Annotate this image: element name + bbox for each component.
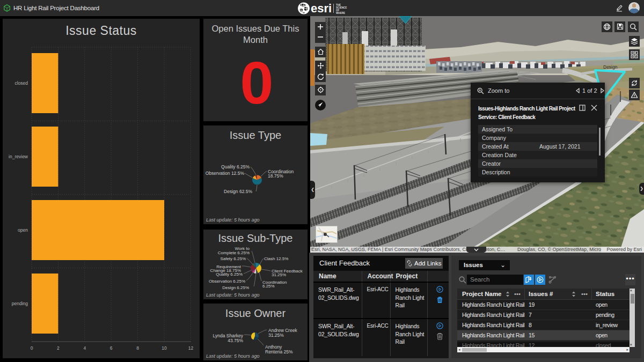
svg-text:31.25%: 31.25% — [272, 272, 286, 277]
svg-text:10: 10 — [162, 345, 167, 351]
svg-text:0: 0 — [31, 345, 33, 351]
svg-text:2: 2 — [57, 345, 60, 351]
svg-text:Quality 6.25%: Quality 6.25% — [216, 272, 243, 277]
svg-text:esri: esri — [311, 2, 332, 15]
svg-text:Observation 6.25%: Observation 6.25% — [209, 279, 245, 284]
svg-text:4: 4 — [83, 345, 86, 351]
svg-text:Observation 12.5%: Observation 12.5% — [206, 171, 245, 176]
svg-text:open: open — [18, 227, 28, 233]
svg-text:43.75%: 43.75% — [228, 338, 243, 343]
svg-text:Quality 6.25%: Quality 6.25% — [221, 164, 250, 169]
svg-text:31.25%: 31.25% — [268, 333, 284, 338]
svg-text:6: 6 — [110, 345, 113, 351]
svg-text:WHERE: WHERE — [336, 12, 345, 14]
svg-text:18.75%: 18.75% — [268, 173, 283, 179]
svg-text:Complete 6.25%: Complete 6.25% — [218, 250, 250, 255]
svg-text:Renteria 25%: Renteria 25% — [265, 349, 293, 354]
svg-text:Design: Design — [603, 64, 618, 70]
svg-text:Design 62.5%: Design 62.5% — [224, 189, 252, 194]
svg-text:Design 6.25%: Design 6.25% — [222, 285, 249, 290]
svg-text:closed: closed — [14, 80, 28, 86]
svg-text:pending: pending — [12, 301, 28, 306]
svg-text:12: 12 — [188, 345, 194, 351]
svg-text:6.25%: 6.25% — [262, 284, 275, 289]
svg-text:8: 8 — [136, 345, 139, 351]
svg-text:in_review: in_review — [9, 154, 28, 159]
svg-text:Clash 12.5%: Clash 12.5% — [264, 256, 288, 261]
svg-text:Safety 6.25%: Safety 6.25% — [220, 256, 246, 261]
